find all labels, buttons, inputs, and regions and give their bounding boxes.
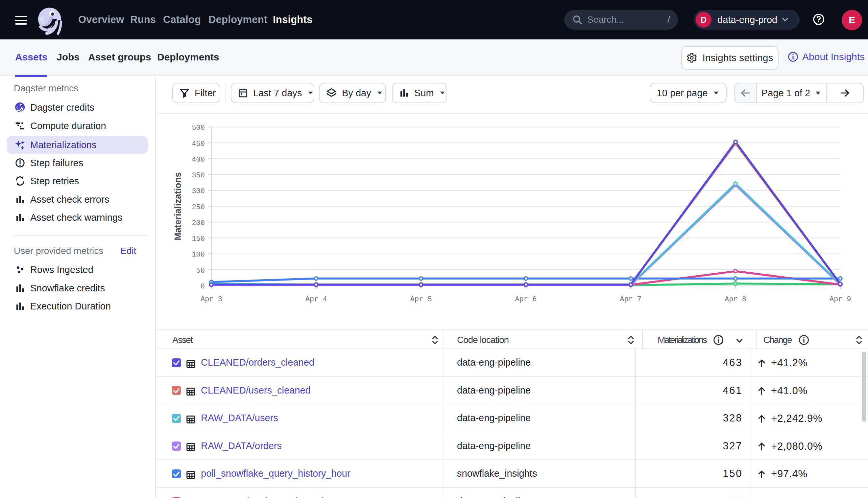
svg-text:Apr 8: Apr 8 [725,295,746,303]
svg-text:Apr 3: Apr 3 [201,295,222,303]
svg-text:Apr 6: Apr 6 [515,295,537,303]
svg-text:250: 250 [192,204,205,212]
svg-text:Apr 4: Apr 4 [305,295,327,303]
svg-text:100: 100 [192,251,205,259]
svg-text:Apr 7: Apr 7 [620,295,641,303]
svg-text:450: 450 [192,140,205,148]
svg-text:Apr 5: Apr 5 [410,295,432,303]
svg-text:Materializations: Materializations [173,172,183,240]
svg-text:200: 200 [192,219,205,227]
svg-text:350: 350 [192,171,205,180]
svg-text:300: 300 [192,187,205,195]
svg-text:Apr 9: Apr 9 [830,295,851,303]
svg-text:400: 400 [192,156,205,164]
svg-text:50: 50 [196,267,205,275]
svg-text:500: 500 [192,124,205,132]
svg-text:0: 0 [201,283,205,291]
svg-text:150: 150 [192,235,205,243]
